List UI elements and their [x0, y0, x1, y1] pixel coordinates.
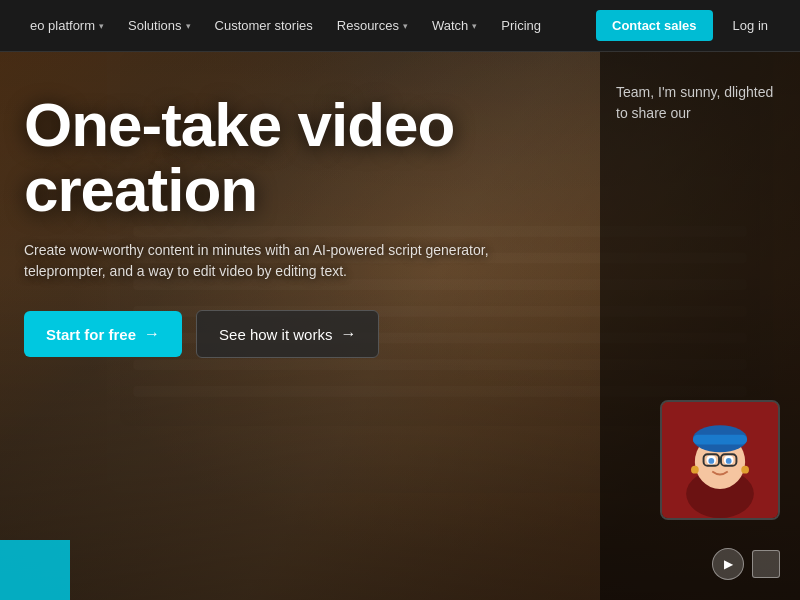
nav-item-customer-stories[interactable]: Customer stories [205, 12, 323, 39]
chevron-icon-solutions: ▾ [186, 21, 191, 31]
nav-left: eo platform ▾ Solutions ▾ Customer stori… [20, 12, 596, 39]
hero-title-line2: creation [24, 155, 257, 224]
start-free-label: Start for free [46, 326, 136, 343]
chevron-icon-platform: ▾ [99, 21, 104, 31]
navbar: eo platform ▾ Solutions ▾ Customer stori… [0, 0, 800, 52]
hero-subtitle: Create wow-worthy content in minutes wit… [24, 240, 504, 282]
see-how-it-works-button[interactable]: See how it works → [196, 310, 379, 358]
play-icon: ▶ [724, 557, 733, 571]
hero-buttons: Start for free → See how it works → [24, 310, 576, 358]
hero-title: One-take video creation [24, 92, 576, 222]
presenter-avatar [660, 400, 780, 520]
nav-label-customer-stories: Customer stories [215, 18, 313, 33]
nav-label-solutions: Solutions [128, 18, 181, 33]
svg-point-21 [691, 466, 699, 474]
nav-label-pricing: Pricing [501, 18, 541, 33]
nav-item-solutions[interactable]: Solutions ▾ [118, 12, 200, 39]
nav-item-pricing[interactable]: Pricing [491, 12, 551, 39]
nav-item-watch[interactable]: Watch ▾ [422, 12, 487, 39]
login-button[interactable]: Log in [721, 10, 780, 41]
hero-section: Team, I'm sunny, dlighted to share our [0, 52, 800, 600]
nav-label-watch: Watch [432, 18, 468, 33]
start-free-button[interactable]: Start for free → [24, 311, 182, 357]
svg-point-17 [726, 458, 732, 464]
hero-title-line1: One-take video [24, 90, 454, 159]
chevron-icon-resources: ▾ [403, 21, 408, 31]
svg-rect-13 [693, 435, 747, 445]
svg-point-16 [708, 458, 714, 464]
hero-content: One-take video creation Create wow-worth… [0, 92, 600, 358]
chevron-icon-watch: ▾ [472, 21, 477, 31]
playback-controls: ▶ [712, 548, 780, 580]
nav-item-platform[interactable]: eo platform ▾ [20, 12, 114, 39]
arrow-right-icon-primary: → [144, 325, 160, 343]
stop-button[interactable] [752, 550, 780, 578]
nav-label-platform: eo platform [30, 18, 95, 33]
avatar-face [662, 402, 778, 518]
right-panel-text: Team, I'm sunny, dlighted to share our [616, 82, 784, 124]
nav-label-resources: Resources [337, 18, 399, 33]
nav-right: Contact sales Log in [596, 10, 780, 41]
play-button[interactable]: ▶ [712, 548, 744, 580]
see-how-label: See how it works [219, 326, 332, 343]
nav-item-resources[interactable]: Resources ▾ [327, 12, 418, 39]
svg-point-22 [741, 466, 749, 474]
cyan-accent-square [0, 540, 70, 600]
contact-sales-button[interactable]: Contact sales [596, 10, 713, 41]
arrow-right-icon-secondary: → [340, 325, 356, 343]
